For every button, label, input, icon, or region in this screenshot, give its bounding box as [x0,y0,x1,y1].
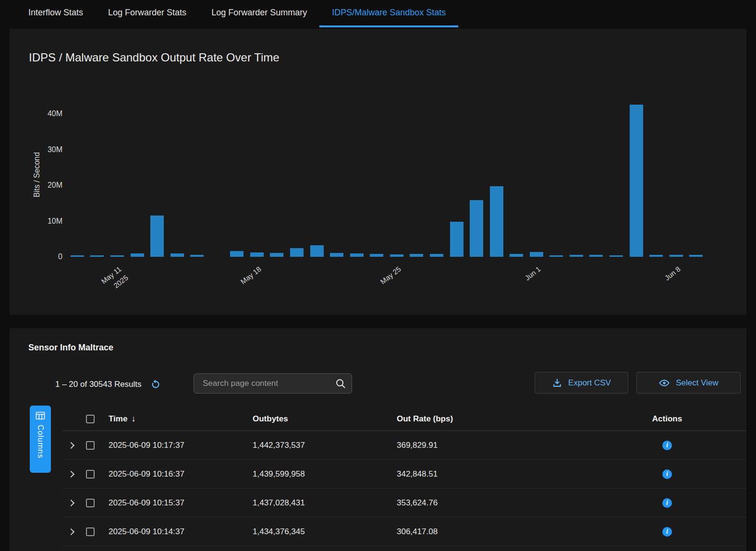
refresh-button[interactable] [150,379,161,390]
bar-jun-3 [570,255,583,257]
sort-desc-icon[interactable]: ↓ [131,414,135,424]
bar-may-27 [430,254,443,257]
chart-title: IDPS / Malware Sandbox Output Rate Over … [29,51,280,64]
col-header-actions: Actions [596,414,746,424]
cell-outrate: 342,848.51 [389,469,596,479]
bar-may-31 [510,254,523,257]
info-icon[interactable] [662,498,672,508]
table-row: 2025-06-09 10:16:371,439,599,958342,848.… [62,460,746,489]
select-all-checkbox[interactable] [86,415,95,423]
bar-may-18 [250,252,264,257]
table-row: 2025-06-09 10:15:371,437,028,431353,624.… [62,489,746,517]
cell-time: 2025-06-09 10:17:37 [101,441,245,450]
expand-chevron-icon[interactable] [68,528,74,535]
cell-outbytes: 1,439,599,958 [245,469,389,479]
search-icon[interactable] [335,378,346,389]
cell-time: 2025-06-09 10:16:37 [101,469,245,479]
row-checkbox[interactable] [86,441,95,450]
bar-jun-9 [689,255,703,257]
bar-jun-2 [549,255,563,257]
bar-may-9 [71,255,84,257]
refresh-icon [150,379,161,390]
info-icon[interactable] [662,441,672,450]
y-tick-label: 40M [19,108,62,119]
eye-icon [658,377,670,389]
bar-jun-4 [589,255,603,257]
bar-may-20 [290,248,304,257]
row-checkbox[interactable] [86,470,95,479]
section-title: Sensor Info Maltrace [28,343,113,353]
table-row: 2025-06-09 10:17:371,442,373,537369,829.… [62,431,746,460]
results-count: 1 – 20 of 30543 Results [55,380,142,389]
x-tick-label: May 18 [196,264,264,320]
info-icon[interactable] [662,469,672,479]
bar-jun-1 [530,252,543,257]
bar-may-28 [450,222,463,257]
bar-may-13 [150,216,164,257]
expand-chevron-icon[interactable] [68,499,74,506]
export-csv-label: Export CSV [568,378,611,388]
bar-may-22 [330,253,343,257]
chart-panel: IDPS / Malware Sandbox Output Rate Over … [10,29,746,315]
table-panel: Sensor Info Maltrace 1 – 20 of 30543 Res… [10,328,746,551]
tab-bar: Interflow StatsLog Forwarder StatsLog Fo… [0,0,756,27]
bar-may-23 [350,253,364,257]
x-tick-label: Jun 8 [616,264,683,320]
info-icon[interactable] [662,527,672,537]
bar-may-14 [171,253,184,257]
tab-log-forwarder-summary[interactable]: Log Forwarder Summary [199,0,319,27]
y-tick-label: 10M [19,216,62,227]
cell-outrate: 306,417.08 [389,527,596,537]
bar-may-10 [90,255,104,257]
bar-may-17 [230,251,244,257]
download-icon [552,378,562,388]
cell-time: 2025-06-09 10:14:37 [101,527,245,537]
y-tick-label: 30M [19,144,62,155]
select-view-button[interactable]: Select View [636,372,741,394]
y-axis-label: Bits / Second [33,127,41,223]
bar-jun-8 [670,255,683,257]
tab-idps-malware-sandbox-stats[interactable]: IDPS/Malware Sandbox Stats [319,0,458,27]
bar-may-29 [470,200,483,257]
table-body: 2025-06-09 10:17:371,442,373,537369,829.… [62,431,746,546]
cell-outbytes: 1,434,376,345 [245,527,389,537]
results-row: 1 – 20 of 30543 Results [55,374,161,395]
bar-may-24 [370,254,383,257]
expand-chevron-icon[interactable] [68,470,74,477]
x-axis-ticks: May 112025May 18May 25Jun 1Jun 8 [67,259,706,315]
table-header: Time ↓ Outbytes Out Rate (bps) Actions [62,407,746,431]
cell-outrate: 353,624.76 [389,498,596,508]
table-row: 2025-06-09 10:14:371,434,376,345306,417.… [62,517,746,546]
bar-jun-5 [610,255,623,257]
bar-may-12 [131,253,144,257]
data-table: Time ↓ Outbytes Out Rate (bps) Actions 2… [62,407,746,546]
bar-may-25 [390,254,403,257]
y-tick-label: 0 [19,252,62,262]
search-input[interactable] [202,378,335,389]
col-header-time[interactable]: Time [109,414,127,424]
cell-time: 2025-06-09 10:15:37 [101,498,245,508]
tab-log-forwarder-stats[interactable]: Log Forwarder Stats [96,0,199,27]
bar-may-15 [190,255,204,257]
cell-outbytes: 1,442,373,537 [245,441,389,450]
x-tick-label: Jun 1 [476,264,543,320]
cell-outrate: 369,829.91 [389,441,596,450]
row-checkbox[interactable] [86,499,95,507]
expand-chevron-icon[interactable] [68,442,74,448]
bar-may-21 [310,245,324,257]
col-header-outbytes[interactable]: Outbytes [245,414,389,424]
columns-button[interactable]: Columns [30,406,51,473]
plot-area [67,96,706,257]
select-view-label: Select View [676,378,719,388]
bar-may-30 [490,186,503,257]
export-csv-button[interactable]: Export CSV [535,372,628,394]
bar-may-19 [270,253,283,257]
search-box [194,373,352,394]
bar-may-26 [410,254,423,257]
y-tick-label: 20M [19,180,62,191]
bar-jun-6 [630,105,643,257]
tab-interflow-stats[interactable]: Interflow Stats [16,0,96,27]
col-header-outrate[interactable]: Out Rate (bps) [389,414,596,424]
x-tick-label: May 25 [336,264,403,320]
row-checkbox[interactable] [86,527,95,536]
